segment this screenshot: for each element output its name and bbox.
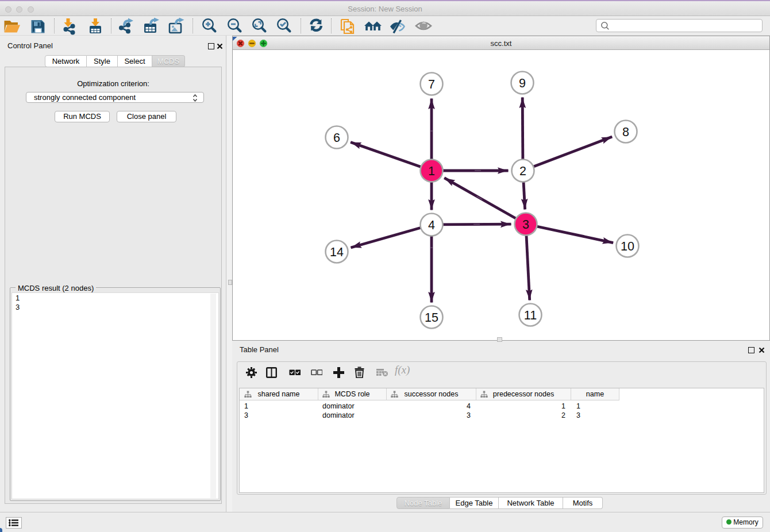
- svg-text:10: 10: [621, 240, 634, 253]
- svg-text:2: 2: [519, 164, 526, 178]
- svg-text:11: 11: [524, 309, 537, 322]
- svg-text:6: 6: [333, 131, 340, 145]
- svg-text:15: 15: [425, 311, 438, 325]
- svg-text:9: 9: [519, 76, 526, 90]
- svg-text:4: 4: [428, 218, 435, 232]
- svg-text:3: 3: [522, 218, 529, 232]
- svg-text:7: 7: [428, 78, 435, 91]
- svg-text:8: 8: [622, 125, 629, 139]
- svg-text:14: 14: [330, 245, 344, 259]
- svg-text:1: 1: [428, 164, 435, 178]
